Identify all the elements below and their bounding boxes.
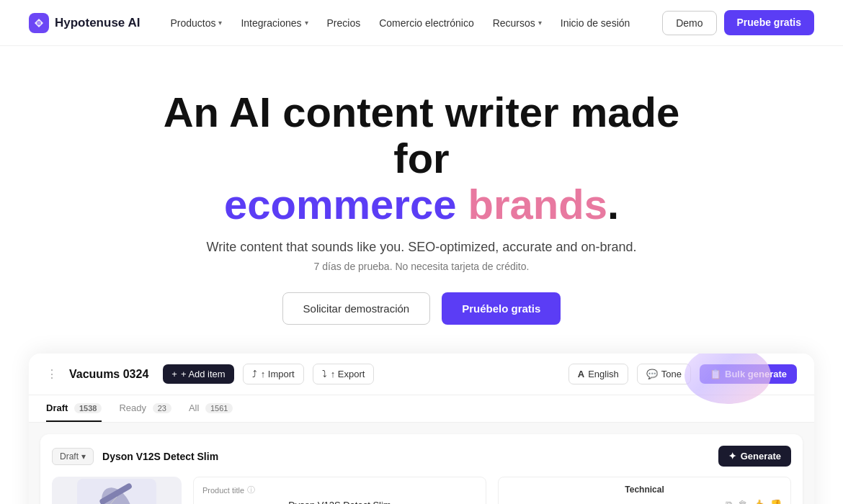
generate-button[interactable]: ✦ Generate [718, 446, 791, 467]
right-panel: Technical ⧉ 🗑 👍 👎 [498, 477, 791, 504]
hero-ctas: Solicitar demostración Pruébelo gratis [282, 292, 561, 325]
hero-dot: . [607, 181, 619, 228]
draft-badge[interactable]: Draft ▾ [52, 448, 94, 465]
tab-draft[interactable]: Draft 1538 [46, 395, 102, 422]
tone-button[interactable]: 💬 Tone [637, 364, 691, 384]
svg-point-1 [37, 21, 41, 25]
product-card-header: Draft ▾ Dyson V12S Detect Slim ✦ Generat… [52, 446, 791, 467]
product-image [52, 477, 182, 504]
info-icon: ⓘ [247, 485, 255, 495]
export-icon: ⤵ [322, 369, 327, 379]
product-name: Dyson V12S Detect Slim [102, 451, 218, 462]
logo-text: Hypotenuse AI [55, 16, 140, 30]
chevron-icon: ▾ [305, 19, 308, 27]
drag-icon: ⋮ [46, 367, 58, 381]
hero-brands: brands [456, 181, 607, 228]
import-icon: ⤴ [252, 369, 257, 379]
nav-links: Productos ▾ Integraciones ▾ Precios Come… [163, 13, 639, 33]
tab-all[interactable]: All 1561 [189, 395, 233, 422]
delete-icon[interactable]: 🗑 [738, 499, 747, 504]
chevron-icon: ▾ [538, 19, 542, 27]
export-button[interactable]: ⤵ ↑ Export [313, 364, 375, 384]
chat-icon: 💬 [646, 369, 658, 379]
import-button[interactable]: ⤴ ↑ Import [243, 364, 304, 384]
product-card-body: Product title ⓘ Dyson V12S Detect Slim ✏… [52, 477, 791, 504]
thumbs-up-icon[interactable]: 👍 [753, 499, 764, 504]
chevron-down-icon: ▾ [81, 451, 86, 462]
try-button[interactable]: Pruebe gratis [724, 10, 814, 35]
field-label-text: Product title [202, 486, 244, 495]
logo-icon [29, 13, 49, 33]
preview-title: Vacuums 0324 [69, 368, 148, 381]
add-item-button[interactable]: + + Add item [163, 364, 233, 384]
add-icon: + [171, 369, 177, 379]
field-title-value[interactable]: Dyson V12S Detect Slim [202, 500, 477, 504]
nav-precios[interactable]: Precios [320, 13, 368, 33]
preview-tabs: Draft 1538 Ready 23 All 1561 [29, 395, 814, 423]
hero-section: An AI content writer made for ecommerce … [0, 46, 843, 504]
preview-content: Draft ▾ Dyson V12S Detect Slim ✦ Generat… [29, 423, 814, 504]
right-panel-label: Technical [507, 485, 782, 495]
nav-integraciones[interactable]: Integraciones ▾ [233, 13, 315, 33]
thumbs-down-icon[interactable]: 👎 [770, 499, 782, 504]
vacuum-image [77, 479, 156, 504]
demo-cta-button[interactable]: Solicitar demostración [282, 292, 431, 325]
translate-icon: A [578, 369, 584, 379]
demo-button[interactable]: Demo [662, 11, 716, 35]
language-button[interactable]: A English [568, 364, 628, 384]
generate-icon: ✦ [728, 451, 736, 462]
logo[interactable]: Hypotenuse AI [29, 13, 140, 33]
nav-productos[interactable]: Productos ▾ [163, 13, 229, 33]
hero-title-line2: ecommerce brands. [224, 181, 619, 228]
try-cta-button[interactable]: Pruébelo gratis [442, 292, 561, 325]
nav-recursos[interactable]: Recursos ▾ [486, 13, 549, 33]
chevron-icon: ▾ [218, 19, 222, 27]
copy-icon[interactable]: ⧉ [726, 499, 732, 504]
product-preview: ⋮ Vacuums 0324 + + Add item ⤴ ↑ Import ⤵… [29, 354, 814, 504]
tab-ready[interactable]: Ready 23 [119, 395, 171, 422]
product-card: Draft ▾ Dyson V12S Detect Slim ✦ Generat… [40, 434, 803, 504]
hero-ecommerce: ecommerce [224, 181, 456, 228]
nav-actions: Demo Pruebe gratis [662, 10, 814, 35]
hero-trial: 7 días de prueba. No necesita tarjeta de… [314, 261, 530, 272]
nav-comercio[interactable]: Comercio electrónico [372, 13, 481, 33]
hero-subtitle: Write content that sounds like you. SEO-… [207, 240, 637, 255]
hero-title-line1: An AI content writer made for [133, 89, 710, 181]
nav-login[interactable]: Inicio de sesión [553, 13, 638, 33]
product-title-field: Product title ⓘ Dyson V12S Detect Slim ✏… [193, 477, 486, 504]
navbar: Hypotenuse AI Productos ▾ Integraciones … [0, 0, 843, 46]
